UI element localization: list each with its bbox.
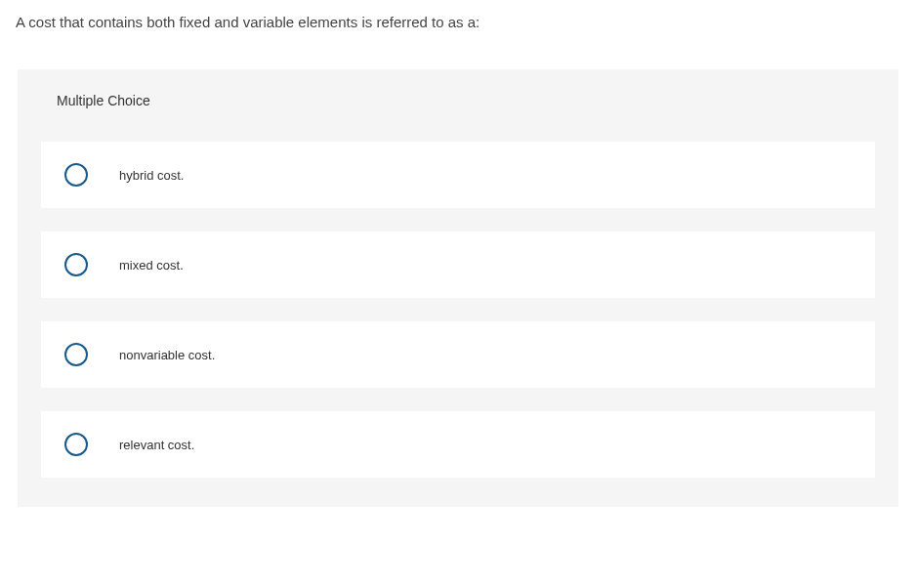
option-label: nonvariable cost. [119, 348, 215, 362]
options-section: hybrid cost. mixed cost. nonvariable cos… [18, 132, 898, 507]
radio-icon[interactable] [64, 343, 88, 366]
option-label: mixed cost. [119, 258, 184, 273]
option-row-hybrid[interactable]: hybrid cost. [41, 142, 875, 208]
question-container: Multiple Choice hybrid cost. mixed cost.… [18, 69, 898, 507]
option-row-mixed[interactable]: mixed cost. [41, 231, 875, 298]
option-row-nonvariable[interactable]: nonvariable cost. [41, 321, 875, 388]
radio-icon[interactable] [64, 163, 88, 187]
question-text: A cost that contains both fixed and vari… [0, 0, 916, 40]
radio-icon[interactable] [64, 433, 88, 456]
option-label: hybrid cost. [119, 168, 184, 183]
option-label: relevant cost. [119, 438, 194, 452]
option-row-relevant[interactable]: relevant cost. [41, 411, 875, 478]
radio-icon[interactable] [64, 253, 88, 276]
question-type-header: Multiple Choice [18, 69, 898, 132]
